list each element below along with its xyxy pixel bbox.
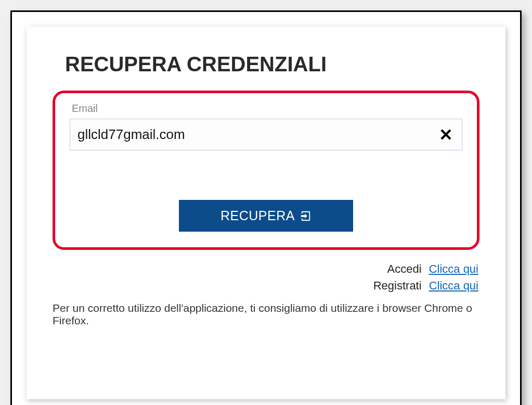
login-link-row: Accedi Clicca qui	[387, 262, 478, 276]
login-link[interactable]: Clicca qui	[429, 262, 478, 276]
login-label: Accedi	[387, 262, 422, 276]
links-area: Accedi Clicca qui Registrati Clicca qui	[53, 262, 479, 293]
browser-note: Per un corretto utilizzo dell'applicazio…	[53, 302, 479, 327]
outer-frame: RECUPERA CREDENZIALI Email ✕ RECUPERA Ac…	[10, 10, 522, 405]
form-highlight-box: Email ✕ RECUPERA	[53, 91, 479, 250]
email-input-wrapper: ✕	[70, 119, 462, 150]
recover-button[interactable]: RECUPERA	[179, 200, 353, 232]
clear-input-icon[interactable]: ✕	[439, 126, 453, 143]
page-title: RECUPERA CREDENZIALI	[65, 53, 479, 76]
register-link[interactable]: Clicca qui	[429, 279, 478, 293]
button-row: RECUPERA	[70, 200, 462, 232]
register-label: Registrati	[373, 279, 422, 293]
recover-card: RECUPERA CREDENZIALI Email ✕ RECUPERA Ac…	[27, 27, 505, 399]
sign-in-icon	[300, 210, 312, 222]
recover-button-label: RECUPERA	[220, 208, 295, 223]
email-label: Email	[72, 103, 462, 115]
register-link-row: Registrati Clicca qui	[373, 279, 478, 293]
email-field[interactable]	[70, 119, 462, 150]
